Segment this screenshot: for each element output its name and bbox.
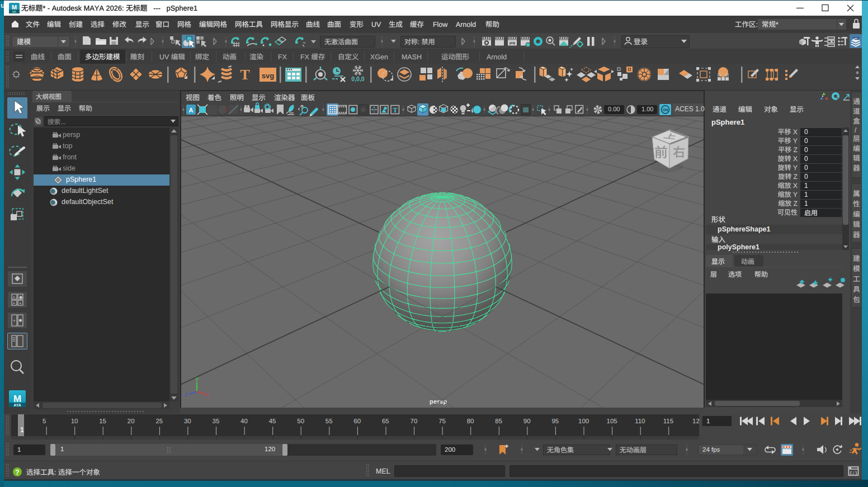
svg-text:IPR: IPR bbox=[510, 41, 516, 45]
svg-text:0,0,0: 0,0,0 bbox=[351, 75, 365, 82]
svg-text:◆: ◆ bbox=[19, 295, 23, 300]
svg-text:svg: svg bbox=[262, 72, 274, 80]
svg-text:y: y bbox=[196, 376, 199, 382]
svg-text:M: M bbox=[12, 4, 17, 11]
svg-text:T: T bbox=[393, 106, 397, 114]
svg-text:MA: MA bbox=[12, 11, 16, 13]
svg-text:T: T bbox=[240, 67, 249, 83]
svg-text:{;}: {;} bbox=[850, 470, 857, 475]
svg-text:+: + bbox=[13, 318, 16, 323]
svg-text:z: z bbox=[185, 391, 187, 398]
svg-text:+: + bbox=[13, 301, 16, 306]
svg-text:+: + bbox=[13, 295, 16, 300]
svg-text:AYA: AYA bbox=[13, 403, 21, 407]
svg-text:?: ? bbox=[15, 469, 19, 476]
svg-text:+: + bbox=[19, 301, 22, 306]
svg-text:ON: ON bbox=[663, 108, 668, 112]
svg-text:x: x bbox=[206, 391, 209, 398]
svg-text:A: A bbox=[189, 107, 194, 114]
